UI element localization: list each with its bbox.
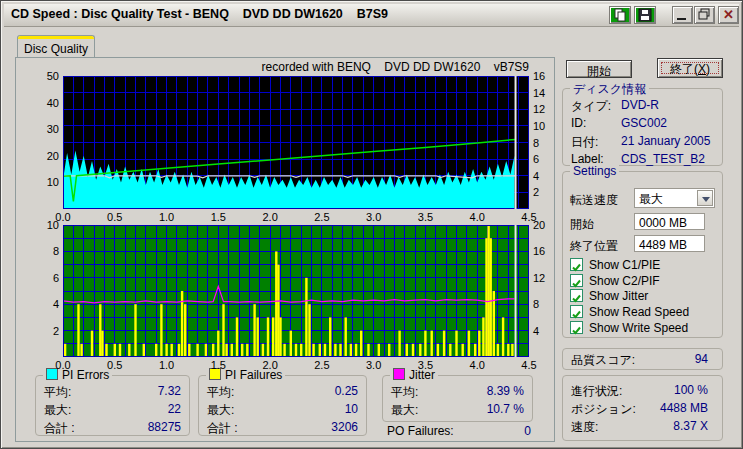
tab-disc-quality[interactable]: Disc Quality — [17, 35, 95, 58]
pi-errors-max: 22 — [168, 402, 181, 416]
axis-tick-label: 20 — [533, 219, 561, 231]
close-icon: ✕ — [719, 7, 738, 23]
axis-tick-label: 3.0 — [358, 211, 390, 223]
jitter-color-chip — [393, 368, 405, 380]
avg-label: 平均: — [44, 384, 71, 401]
axis-tick-label: 3.0 — [358, 359, 390, 371]
axis-tick-label: 4.5 — [513, 359, 545, 371]
restore-button[interactable] — [694, 6, 715, 24]
pi-failures-max: 10 — [345, 402, 358, 416]
disc-type: DVD-R — [621, 98, 659, 112]
axis-tick-label: 1.0 — [151, 359, 183, 371]
axis-tick-label: 3.5 — [409, 359, 441, 371]
checkbox-label: Show C2/PIF — [589, 274, 660, 288]
pi-failures-chart — [63, 225, 529, 357]
end-position-input[interactable]: 4489 MB — [634, 235, 705, 252]
axis-tick-label: 4.0 — [461, 211, 493, 223]
pi-failures-total: 3206 — [331, 420, 358, 434]
copy-report-button[interactable] — [609, 6, 631, 24]
disc-id: GSC002 — [621, 116, 667, 130]
axis-tick-label: 12 — [533, 272, 561, 284]
axis-tick-label: 4 — [533, 170, 561, 182]
disc-info-group: ディスク情報 タイプ:DVD-R ID:GSC002 日付:21 January… — [562, 88, 723, 166]
minimize-button[interactable] — [672, 6, 693, 24]
check-icon — [571, 262, 582, 273]
start-position-label: 開始 — [570, 216, 594, 233]
transfer-speed-select[interactable]: 最大 — [634, 188, 715, 208]
checkbox-box[interactable] — [570, 321, 583, 334]
po-failures-label: PO Failures: — [387, 424, 454, 438]
max-label: 最大: — [44, 402, 71, 419]
checkbox-box[interactable] — [570, 289, 583, 302]
check-icon — [571, 293, 582, 304]
axis-tick-label: 14 — [533, 87, 561, 99]
axis-tick-label: 0.5 — [99, 211, 131, 223]
chevron-down-icon — [702, 197, 710, 202]
max-label: 最大: — [391, 402, 418, 419]
axis-tick-label: 1.5 — [202, 359, 234, 371]
check-icon — [571, 325, 582, 336]
axis-tick-label: 1.0 — [151, 211, 183, 223]
axis-tick-label: 8 — [533, 298, 561, 310]
transfer-speed-label: 転送速度 — [570, 192, 618, 209]
progress-label: 進行状況: — [571, 383, 622, 400]
axis-tick-label: 10 — [27, 219, 59, 231]
checkbox-box[interactable] — [570, 274, 583, 287]
transfer-speed-value: 最大 — [639, 191, 663, 208]
start-button[interactable]: 開始 — [566, 60, 632, 78]
jitter-max: 10.7 % — [487, 402, 524, 416]
po-failures-value: 0 — [524, 424, 531, 438]
axis-tick-label: 2.0 — [254, 211, 286, 223]
disc-info-title: ディスク情報 — [570, 81, 649, 98]
quality-score-value: 94 — [695, 352, 708, 366]
axis-tick-label: 1.5 — [202, 211, 234, 223]
title-bar[interactable]: CD Speed : Disc Quality Test - BENQ DVD … — [4, 4, 739, 27]
combo-dropdown-button[interactable] — [697, 190, 713, 206]
po-failures-row: PO Failures: 0 — [387, 424, 533, 438]
axis-tick-label: 6 — [533, 153, 561, 165]
tab-label: Disc Quality — [18, 42, 94, 56]
checkbox-label: Show Write Speed — [589, 321, 688, 335]
check-icon — [571, 278, 582, 289]
axis-tick-label: 50 — [27, 70, 59, 82]
axis-tick-label: 8 — [533, 137, 561, 149]
max-label: 最大: — [207, 402, 234, 419]
type-label: タイプ: — [571, 98, 611, 115]
tab-highlight — [18, 36, 94, 39]
axis-tick-label: 4.0 — [461, 359, 493, 371]
axis-tick-label: 2 — [533, 186, 561, 198]
axis-tick-label: 16 — [533, 245, 561, 257]
axis-tick-label: 20 — [27, 150, 59, 162]
copy-icon — [612, 8, 628, 22]
axis-tick-label: 10 — [27, 176, 59, 188]
axis-tick-label: 0.5 — [99, 359, 131, 371]
close-button[interactable]: ✕ — [718, 6, 739, 24]
start-position-input[interactable]: 0000 MB — [634, 213, 705, 230]
checkbox-box[interactable] — [570, 305, 583, 318]
pi-errors-stats-box: PI Errors 平均:7.32 最大:22 合計 :88275 — [35, 375, 190, 436]
end-position-label: 終了位置 — [570, 238, 618, 255]
pi-errors-total: 88275 — [148, 420, 181, 434]
axis-tick-label: 2.5 — [306, 211, 338, 223]
save-icon — [637, 8, 653, 22]
save-report-button[interactable] — [634, 6, 656, 24]
restore-icon — [697, 8, 712, 21]
checkbox-box[interactable] — [570, 258, 583, 271]
avg-label: 平均: — [207, 384, 234, 401]
jitter-avg: 8.39 % — [487, 384, 524, 398]
quality-score-label: 品質スコア: — [571, 352, 635, 369]
axis-tick-label: 40 — [27, 97, 59, 109]
pi-errors-avg: 7.32 — [158, 384, 181, 398]
avg-label: 平均: — [391, 384, 418, 401]
progress-value: 100 % — [674, 383, 708, 397]
exit-button[interactable]: 終了(X) — [657, 58, 723, 78]
position-value: 4488 MB — [660, 401, 708, 415]
tab-panel: recorded with BENQ DVD DD DW1620 vB7S9 P… — [15, 57, 555, 442]
axis-tick-label: 2.0 — [254, 359, 286, 371]
checkbox-label: Show Read Speed — [589, 305, 689, 319]
axis-tick-label: 4 — [533, 325, 561, 337]
jitter-stats-box: Jitter 平均:8.39 % 最大:10.7 % — [382, 375, 533, 422]
axis-tick-label: 4 — [27, 298, 59, 310]
axis-tick-label: 16 — [533, 70, 561, 82]
pi-errors-chart — [63, 76, 529, 209]
